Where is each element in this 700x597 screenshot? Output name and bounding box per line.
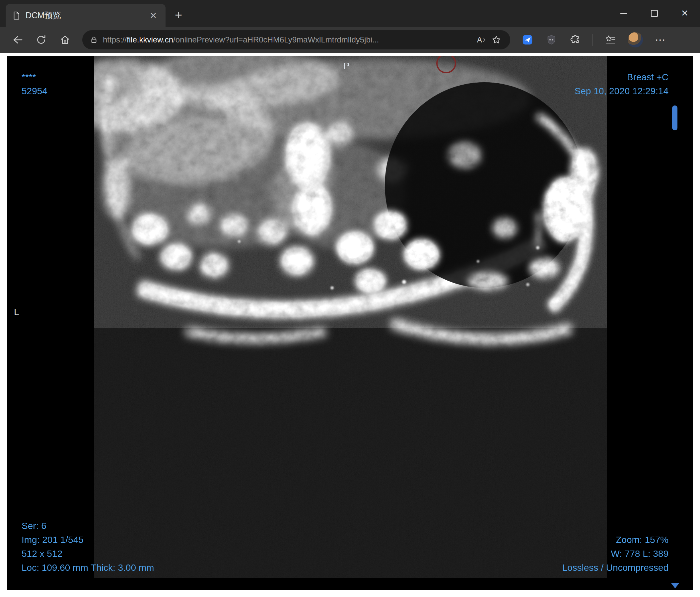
profile-avatar[interactable]	[628, 32, 643, 47]
document-icon	[11, 11, 21, 20]
url-path: /onlinePreview?url=aHR0cHM6Ly9maWxlLmtrd…	[173, 35, 379, 44]
matrix-size: 512 x 512	[22, 547, 154, 561]
extensions-puzzle-button[interactable]	[569, 33, 582, 47]
window-level: W: 778 L: 389	[562, 547, 669, 561]
document-icon-svg	[12, 11, 21, 20]
home-icon	[60, 34, 70, 45]
refresh-icon	[36, 34, 46, 45]
tab-close-icon[interactable]: ✕	[147, 10, 159, 21]
mri-image	[7, 56, 693, 590]
close-icon: ✕	[681, 9, 689, 18]
study-datetime: Sep 10, 2020 12:29:14	[575, 84, 669, 98]
read-aloud-button[interactable]: A	[474, 32, 489, 47]
image-number: Img: 201 1/545	[22, 533, 154, 547]
navigation-bar: https://file.kkview.cn/onlinePreview?url…	[0, 27, 700, 53]
read-aloud-wave-icon	[483, 36, 486, 44]
close-button[interactable]: ✕	[670, 0, 700, 27]
scroll-down-arrow[interactable]	[671, 583, 679, 588]
extension-blue-button[interactable]	[521, 33, 534, 47]
address-bar[interactable]: https://file.kkview.cn/onlinePreview?url…	[82, 30, 510, 49]
url-text[interactable]: https://file.kkview.cn/onlinePreview?url…	[103, 35, 474, 45]
read-aloud-label: A	[477, 35, 482, 45]
tab-title: DCM预览	[26, 10, 147, 21]
puzzle-icon	[570, 34, 580, 45]
extension-blue-icon	[522, 34, 533, 46]
dicom-viewer-canvas[interactable]: **** 52954 Breast +C Sep 10, 2020 12:29:…	[7, 56, 693, 590]
home-button[interactable]	[58, 33, 72, 47]
page-content: **** 52954 Breast +C Sep 10, 2020 12:29:…	[0, 53, 700, 597]
url-scheme: https://	[103, 35, 127, 44]
toolbar-divider	[593, 34, 593, 46]
browser-window: DCM预览 ✕ + ✕	[0, 0, 700, 597]
back-arrow-icon	[11, 34, 23, 46]
minimize-button[interactable]	[608, 0, 639, 27]
series-number: Ser: 6	[22, 519, 154, 533]
tab[interactable]: DCM预览 ✕	[6, 4, 166, 27]
favorites-bar-button[interactable]	[604, 33, 617, 47]
maximize-icon	[651, 10, 658, 17]
patient-id-overlay: **** 52954	[22, 70, 47, 98]
shield-extension-button[interactable]	[545, 33, 558, 47]
display-info-overlay: Zoom: 157% W: 778 L: 389 Lossless / Unco…	[562, 533, 669, 575]
study-info-overlay: Breast +C Sep 10, 2020 12:29:14	[575, 70, 669, 98]
tab-strip: DCM预览 ✕ + ✕	[0, 0, 700, 27]
zoom-level: Zoom: 157%	[562, 533, 669, 547]
url-domain: file.kkview.cn	[127, 35, 173, 44]
favorites-bar-icon	[605, 34, 616, 45]
new-tab-button[interactable]: +	[171, 7, 186, 23]
orientation-marker-posterior: P	[343, 59, 350, 73]
favorite-star-button[interactable]	[489, 32, 504, 47]
back-button[interactable]	[10, 33, 24, 47]
compression-info: Lossless / Uncompressed	[562, 561, 669, 575]
patient-id: 52954	[22, 84, 47, 98]
minimize-icon	[620, 13, 627, 14]
shield-icon	[546, 34, 557, 45]
more-menu-button[interactable]: ⋯	[654, 33, 667, 47]
patient-stars: ****	[22, 70, 47, 84]
orientation-marker-left: L	[14, 305, 19, 319]
slice-location: Loc: 109.60 mm Thick: 3.00 mm	[22, 561, 154, 575]
scrollbar-thumb[interactable]	[672, 105, 677, 130]
lock-icon-svg	[90, 35, 98, 44]
refresh-button[interactable]	[34, 33, 48, 47]
lock-icon	[89, 32, 99, 47]
study-description: Breast +C	[575, 70, 669, 84]
maximize-button[interactable]	[639, 0, 670, 27]
star-icon	[491, 35, 501, 45]
window-controls: ✕	[608, 0, 700, 27]
series-info-overlay: Ser: 6 Img: 201 1/545 512 x 512 Loc: 109…	[22, 519, 154, 575]
